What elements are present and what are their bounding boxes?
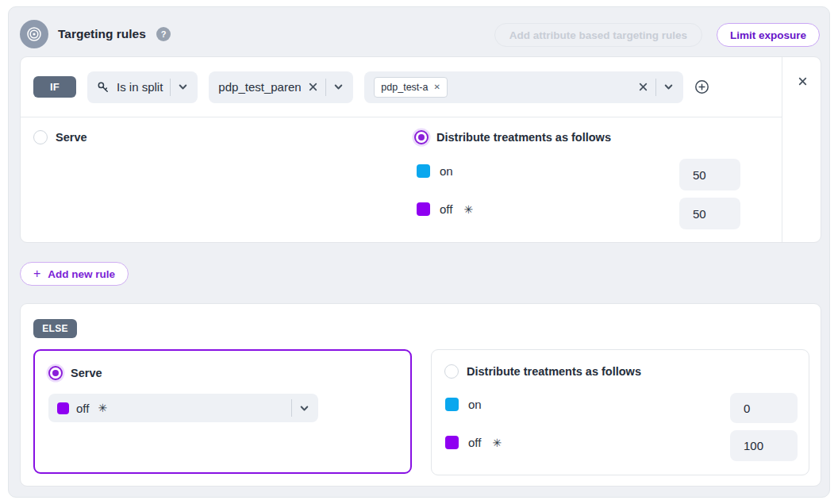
treatment-name: off bbox=[468, 436, 481, 449]
treatments-multiselect[interactable]: pdp_test-a ✕ bbox=[364, 71, 683, 103]
radio-selected[interactable] bbox=[414, 130, 429, 144]
matcher-select[interactable]: Is in split bbox=[87, 71, 198, 103]
distribute-panel[interactable]: Distribute treatments as follows on off … bbox=[431, 349, 809, 475]
chevron-down-icon[interactable] bbox=[663, 82, 674, 92]
treatment-color-swatch bbox=[417, 164, 430, 178]
clear-icon[interactable] bbox=[638, 82, 648, 92]
distribute-option[interactable]: Distribute treatments as follows bbox=[414, 130, 611, 144]
percent-input-off[interactable] bbox=[679, 198, 740, 229]
add-new-rule-label: Add new rule bbox=[48, 268, 115, 280]
divider bbox=[655, 79, 656, 96]
treatment-row-on: on bbox=[445, 398, 482, 411]
rule-condition-row: IF Is in split pdp_test_paren bbox=[21, 57, 782, 117]
treatment-name: off bbox=[440, 202, 452, 216]
distribute-option[interactable]: Distribute treatments as follows bbox=[444, 364, 641, 379]
rule-side-column bbox=[782, 57, 821, 242]
percent-input-off[interactable] bbox=[730, 430, 798, 461]
treatment-color-swatch bbox=[445, 398, 459, 411]
page-title: Targeting rules bbox=[58, 27, 146, 41]
if-badge: IF bbox=[33, 76, 76, 98]
attribute-key-icon bbox=[97, 81, 110, 94]
treatment-row-on: on bbox=[417, 164, 453, 178]
distribute-option-label: Distribute treatments as follows bbox=[436, 131, 611, 144]
serve-panel-selected[interactable]: Serve off ✳ bbox=[33, 349, 412, 474]
treatment-row-off: off ✳ bbox=[417, 202, 473, 216]
treatment-row-off: off ✳ bbox=[445, 436, 502, 449]
clear-icon[interactable] bbox=[308, 82, 318, 92]
radio-unselected[interactable] bbox=[33, 130, 48, 144]
divider bbox=[325, 79, 326, 96]
treatment-tag-label: pdp_test-a bbox=[381, 82, 428, 93]
split-select[interactable]: pdp_test_paren bbox=[209, 71, 353, 103]
treatment-color-swatch bbox=[417, 202, 430, 216]
matcher-select-label: Is in split bbox=[117, 80, 163, 94]
treatment-name: on bbox=[468, 398, 482, 411]
radio-unselected[interactable] bbox=[444, 364, 459, 379]
split-select-value: pdp_test_paren bbox=[218, 80, 301, 94]
limit-exposure-button[interactable]: Limit exposure bbox=[717, 23, 820, 47]
radio-selected[interactable] bbox=[48, 366, 63, 380]
divider bbox=[291, 399, 292, 417]
rule-card: IF Is in split pdp_test_paren bbox=[20, 56, 821, 243]
distribute-option-label: Distribute treatments as follows bbox=[467, 365, 641, 378]
serve-treatment-select[interactable]: off ✳ bbox=[48, 394, 318, 422]
chevron-down-icon[interactable] bbox=[178, 82, 188, 92]
percent-input-on[interactable] bbox=[679, 159, 740, 190]
default-treatment-icon: ✳ bbox=[98, 402, 107, 414]
divider bbox=[170, 79, 171, 96]
help-icon[interactable]: ? bbox=[156, 27, 171, 41]
default-rule-card: ELSE Serve off ✳ Distribute treatments a… bbox=[20, 303, 821, 487]
serve-treatment-value: off bbox=[76, 402, 89, 415]
plus-icon: + bbox=[33, 267, 40, 281]
default-treatment-icon: ✳ bbox=[492, 437, 502, 449]
add-new-rule-button[interactable]: + Add new rule bbox=[20, 262, 129, 286]
target-icon bbox=[20, 20, 48, 48]
treatment-color-swatch bbox=[57, 402, 69, 414]
chevron-down-icon[interactable] bbox=[333, 82, 344, 92]
treatment-name: on bbox=[440, 164, 453, 178]
add-condition-icon[interactable] bbox=[694, 79, 709, 94]
percent-input-on[interactable] bbox=[730, 393, 798, 423]
chevron-down-icon[interactable] bbox=[299, 403, 309, 414]
delete-rule-icon[interactable] bbox=[796, 75, 809, 87]
serve-option[interactable]: Serve bbox=[48, 366, 102, 380]
treatment-color-swatch bbox=[445, 436, 459, 449]
add-attribute-rules-button: Add attribute based targeting rules bbox=[494, 23, 702, 47]
serve-option-label: Serve bbox=[56, 131, 87, 144]
serve-option-label: Serve bbox=[71, 367, 102, 379]
else-badge: ELSE bbox=[33, 319, 77, 338]
default-treatment-icon: ✳ bbox=[463, 203, 473, 216]
treatment-tag: pdp_test-a ✕ bbox=[374, 77, 447, 98]
serve-option[interactable]: Serve bbox=[33, 130, 87, 144]
targeting-rules-panel: Targeting rules ? Add attribute based ta… bbox=[8, 6, 830, 498]
remove-tag-icon[interactable]: ✕ bbox=[433, 83, 440, 91]
